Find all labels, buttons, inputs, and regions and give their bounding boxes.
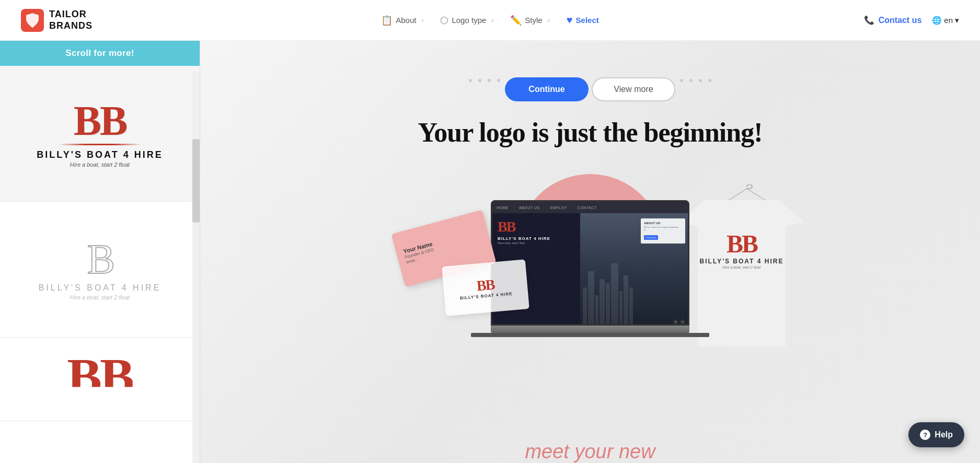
- laptop-tagline: Hire a boat, start 2 float: [498, 241, 575, 245]
- continue-button[interactable]: Continue: [505, 77, 589, 101]
- help-icon: ?: [920, 430, 930, 440]
- step-about[interactable]: 📋 About ›: [374, 10, 431, 30]
- step-style[interactable]: ✏️ Style ›: [503, 10, 557, 30]
- logo-item-1[interactable]: BB BILLY'S BOAT 4 HIRE Hire a boat, star…: [0, 66, 200, 202]
- logo1-tagline: Hire a boat, start 2 float: [70, 161, 130, 168]
- dot: [708, 79, 711, 82]
- step-select[interactable]: ♥ Select: [559, 10, 606, 30]
- laptop-navigation: HOME ABOUT US EMPLOY CONTACT: [492, 202, 688, 213]
- brand-logo[interactable]: TAILOR BRANDS: [21, 9, 93, 32]
- logo-item-3[interactable]: BB: [0, 338, 200, 421]
- help-label: Help: [935, 430, 953, 439]
- header: TAILOR BRANDS 📋 About › ⬡ Logo type › ✏️…: [0, 0, 980, 41]
- laptop-about-title: ABOUT US: [644, 222, 682, 225]
- laptop-about-btn: Contact us: [644, 235, 658, 240]
- logo-list: BB BILLY'S BOAT 4 HIRE Hire a boat, star…: [0, 66, 200, 463]
- help-button[interactable]: ? Help: [908, 422, 964, 447]
- header-right: 📞 Contact us 🌐 en ▾: [864, 15, 959, 25]
- tshirt-company: BILLY'S BOAT 4 HIRE: [700, 258, 784, 265]
- hero-visual: Your Name Founder & CEO email... BB BILL…: [355, 158, 825, 420]
- dot: [680, 79, 683, 82]
- laptop-about-box: ABOUT US We're a boat hire company dedic…: [641, 218, 685, 244]
- dot: [478, 79, 481, 82]
- dot: [488, 79, 491, 82]
- scrollbar-thumb[interactable]: [192, 139, 200, 223]
- dot: [497, 79, 500, 82]
- laptop-bb: BB: [498, 218, 575, 235]
- navigation-steps: 📋 About › ⬡ Logo type › ✏️ Style › ♥ Sel…: [374, 10, 606, 30]
- phone-icon: 📞: [864, 15, 874, 25]
- tailor-brands-icon: [21, 9, 44, 32]
- tshirt-hanger: [679, 184, 815, 203]
- laptop-about-text: We're a boat hire company dedicated to..…: [644, 226, 682, 231]
- tshirt-tagline: Hire a boat, start 2 float: [723, 265, 761, 269]
- brand-name: TAILOR BRANDS: [49, 9, 93, 31]
- logo3-letters: BB: [67, 351, 132, 403]
- step-select-label: Select: [576, 16, 599, 25]
- facebook-icon: f: [673, 319, 678, 325]
- step-about-label: About: [396, 16, 416, 25]
- chevron-style: ›: [548, 17, 550, 24]
- logo2-company: BILLY'S BOAT 4 HIRE: [39, 283, 162, 293]
- laptop-right-panel: ABOUT US We're a boat hire company dedic…: [580, 213, 688, 326]
- logo-bb-partial: BB: [67, 351, 132, 403]
- step-logotype-label: Logo type: [452, 16, 486, 25]
- language-selector[interactable]: 🌐 en ▾: [932, 16, 959, 25]
- logo2-letters: B: [87, 238, 112, 280]
- hero-section: Continue View more Your logo is just the…: [200, 41, 980, 463]
- tshirt-mockup: BB BILLY'S BOAT 4 HIRE Hire a boat, star…: [679, 184, 815, 346]
- about-icon: 📋: [381, 15, 393, 26]
- contact-us-label: Contact us: [879, 16, 922, 25]
- logo1-separator: [58, 144, 142, 145]
- dots-row-top: Continue View more: [433, 77, 747, 101]
- laptop-base: [491, 326, 689, 333]
- scroll-banner: Scroll for more!: [0, 41, 200, 66]
- main-content-area: Continue View more Your logo is just the…: [200, 41, 980, 463]
- view-more-button[interactable]: View more: [592, 77, 675, 101]
- logo1-letters: BB: [74, 100, 126, 142]
- hanger-icon: [726, 184, 768, 203]
- scrollbar-track: [192, 71, 200, 463]
- dot: [469, 79, 472, 82]
- laptop-nav-about: ABOUT US: [519, 206, 540, 210]
- contact-us-button[interactable]: 📞 Contact us: [864, 15, 922, 25]
- dot: [699, 79, 702, 82]
- chevron-logotype: ›: [491, 17, 493, 24]
- main-layout: Scroll for more! BB BILLY'S BOAT 4 HIRE …: [0, 41, 980, 463]
- laptop-nav-employ: EMPLOY: [550, 206, 567, 210]
- step-style-label: Style: [525, 16, 542, 25]
- laptop-social-icons: f t: [673, 319, 685, 325]
- laptop-bottom: [471, 333, 709, 337]
- style-icon: ✏️: [510, 15, 522, 26]
- globe-icon: 🌐: [932, 16, 942, 25]
- tshirt-bb: BB: [727, 232, 757, 257]
- logotype-icon: ⬡: [440, 15, 448, 26]
- logo-item-2[interactable]: B BILLY'S BOAT 4 HIRE Hire a boat, start…: [0, 202, 200, 338]
- heart-icon: ♥: [567, 14, 573, 26]
- tshirt-shape: BB BILLY'S BOAT 4 HIRE Hire a boat, star…: [679, 200, 804, 346]
- chevron-down-icon: ▾: [955, 16, 959, 25]
- logo-bb-gray: B BILLY'S BOAT 4 HIRE Hire a boat, start…: [39, 238, 162, 300]
- small-business-card: BB BILLY'S BOAT 4 HIRE: [442, 259, 529, 316]
- hero-title: Your logo is just the beginning!: [418, 117, 762, 148]
- step-logotype[interactable]: ⬡ Logo type ›: [433, 10, 501, 30]
- twitter-icon: t: [680, 319, 685, 325]
- logo1-company: BILLY'S BOAT 4 HIRE: [37, 149, 163, 160]
- language-label: en: [944, 16, 953, 25]
- chevron-about: ›: [421, 17, 423, 24]
- laptop-nav-contact: CONTACT: [578, 206, 597, 210]
- help-icon-text: ?: [923, 431, 927, 439]
- laptop-nav-home: HOME: [497, 206, 509, 210]
- logo-sidebar: Scroll for more! BB BILLY'S BOAT 4 HIRE …: [0, 41, 200, 463]
- small-card-bb: BB: [476, 276, 495, 295]
- logo2-tagline: Hire a boat, start 2 float: [70, 294, 130, 300]
- dot: [689, 79, 693, 82]
- laptop-company: BILLY'S BOAT 4 HIRE: [498, 236, 575, 241]
- logo-bb-red: BB BILLY'S BOAT 4 HIRE Hire a boat, star…: [37, 100, 163, 168]
- meet-text: meet your new: [525, 441, 655, 463]
